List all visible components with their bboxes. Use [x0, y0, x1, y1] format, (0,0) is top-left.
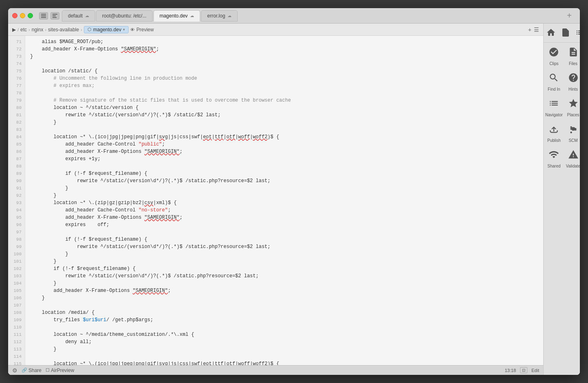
airpreview-button[interactable]: ☐ AirPreview: [46, 368, 74, 373]
tab-error-log-cloud: ☁: [227, 13, 232, 18]
sidebar-list-button[interactable]: [573, 25, 580, 40]
svg-rect-3: [52, 14, 57, 15]
line-89: if (!-f $request_filename) {: [30, 170, 543, 177]
sidebar-findin-button[interactable]: Find In: [544, 69, 564, 95]
line-80: location ~ ^/static/version {: [30, 104, 543, 111]
breadcrumb-sites-available[interactable]: sites-available: [48, 27, 79, 33]
ln-109: 109: [8, 316, 25, 324]
line-73: }: [30, 53, 543, 60]
code-content[interactable]: alias $MAGE_ROOT/pub; add_header X-Frame…: [25, 36, 543, 365]
tab-default-label: default: [68, 13, 83, 19]
sidebar-navigator-button[interactable]: Navigator: [544, 95, 564, 120]
line-108: location /media/ {: [30, 309, 543, 316]
shared-icon: [549, 149, 559, 162]
ln-85: 85: [8, 141, 25, 148]
tab-error-log[interactable]: error.log ☁: [201, 10, 238, 22]
ln-80: 80: [8, 104, 25, 111]
ln-103: 103: [8, 272, 25, 280]
line-97: [30, 228, 543, 236]
sidebar-scm-button[interactable]: SCM: [564, 120, 580, 146]
sidebar-places-button[interactable]: Places: [564, 95, 580, 120]
tab-default[interactable]: default ☁: [62, 10, 95, 22]
breadcrumb-chevron: ▾: [123, 27, 125, 32]
files-label: Files: [569, 61, 577, 66]
window: default ☁ root@ubuntu: /etc/... magento.…: [8, 8, 580, 375]
breadcrumb-preview-button[interactable]: 👁 Preview: [130, 27, 154, 33]
sidebar-toggle-button[interactable]: [39, 12, 48, 20]
sidebar-home-button[interactable]: [544, 25, 558, 40]
breadcrumb-menu-button[interactable]: ☰: [534, 26, 539, 33]
files-icon: [568, 47, 579, 60]
line-93: location ~* \.(zip|gz|gzip|bz2|csv|xml)$…: [30, 199, 543, 207]
ln-76: 76: [8, 75, 25, 82]
places-icon: [568, 98, 579, 111]
line-76: # Uncomment the following line in produc…: [30, 75, 543, 82]
ln-99: 99: [8, 243, 25, 250]
breadcrumb-etc[interactable]: etc: [20, 27, 27, 33]
sidebar-newdoc-button[interactable]: [558, 25, 573, 40]
ln-75: 75: [8, 67, 25, 75]
navigator-label: Navigator: [545, 113, 563, 117]
svg-rect-1: [41, 15, 46, 16]
line-105: add_header X-Frame-Options "SAMEORIGIN";: [30, 287, 543, 294]
new-tab-button[interactable]: +: [563, 11, 576, 20]
sidebar-hints-button[interactable]: Hints: [564, 69, 580, 95]
line-102: if (!-f $request_filename) {: [30, 265, 543, 272]
share-button[interactable]: 🔗 Share: [22, 368, 42, 373]
ln-106: 106: [8, 294, 25, 302]
line-94: add_header Cache-Control "no-store";: [30, 207, 543, 214]
ln-97: 97: [8, 228, 25, 236]
line-72: add_header X-Frame-Options "SAMEORIGIN";: [30, 46, 543, 53]
ln-96: 96: [8, 221, 25, 228]
line-114: [30, 353, 543, 360]
breadcrumb-run-button[interactable]: ▶: [12, 27, 16, 33]
ln-81: 81: [8, 111, 25, 119]
close-button[interactable]: [12, 13, 17, 18]
minimize-button[interactable]: [20, 13, 25, 18]
line-81: rewrite ^/static/(version\d*/)?(.*)$ /st…: [30, 111, 543, 119]
ln-71: 71: [8, 38, 25, 46]
tab-error-log-label: error.log: [207, 13, 225, 19]
line-111: location ~ ^/media/theme_customization/.…: [30, 331, 543, 338]
ln-87: 87: [8, 155, 25, 163]
validate-label: Validate: [566, 164, 580, 168]
tab-root-ubuntu[interactable]: root@ubuntu: /etc/...: [96, 10, 153, 22]
gear-button[interactable]: ⚙: [12, 367, 17, 374]
line-99: rewrite ^/static/(version\d*/)?(.*)$ /st…: [30, 243, 543, 250]
sidebar-shared-button[interactable]: Shared: [544, 146, 564, 172]
traffic-lights: [12, 13, 33, 18]
breadcrumb-sep1: /: [17, 27, 19, 32]
breadcrumb-active-file[interactable]: ⬡ magento.dev ▾: [84, 26, 129, 33]
ln-98: 98: [8, 236, 25, 243]
ln-111: 111: [8, 331, 25, 338]
window-list-button[interactable]: [50, 12, 59, 20]
status-right: 13:18 ⊡ Edit: [505, 367, 540, 373]
line-82: }: [30, 119, 543, 126]
svg-rect-2: [41, 17, 46, 18]
maximize-button[interactable]: [28, 13, 33, 18]
hints-label: Hints: [568, 87, 578, 91]
ln-82: 82: [8, 119, 25, 126]
breadcrumb-bar: ▶ / etc › nginx › sites-available › ⬡ ma…: [8, 24, 543, 36]
line-104: }: [30, 280, 543, 287]
ln-88: 88: [8, 163, 25, 170]
line-112: deny all;: [30, 338, 543, 346]
line-96: expires off;: [30, 221, 543, 228]
sidebar-publish-button[interactable]: Publish: [544, 120, 564, 146]
places-label: Places: [567, 113, 579, 117]
breadcrumb-add-button[interactable]: +: [528, 26, 531, 33]
shared-label: Shared: [547, 164, 560, 168]
sidebar-clips-button[interactable]: Clips: [544, 44, 564, 69]
tab-magento-dev[interactable]: magento.dev ☁: [153, 10, 200, 22]
line-78: [30, 89, 543, 97]
sidebar-validate-button[interactable]: Validate: [564, 146, 580, 172]
breadcrumb-nginx[interactable]: nginx: [32, 27, 44, 33]
code-editor[interactable]: 71 72 73 74 75 76 77 78 79 80 81 82 83 8…: [8, 36, 543, 365]
line-109: try_files $uri $uri/ /get.php$args;: [30, 316, 543, 324]
expand-button[interactable]: ⊡: [520, 367, 527, 373]
line-92: }: [30, 192, 543, 199]
publish-icon: [549, 124, 559, 137]
sidebar-files-button[interactable]: Files: [564, 44, 580, 69]
line-95: add_header X-Frame-Options "SAMEORIGIN";: [30, 214, 543, 221]
line-107: [30, 302, 543, 309]
